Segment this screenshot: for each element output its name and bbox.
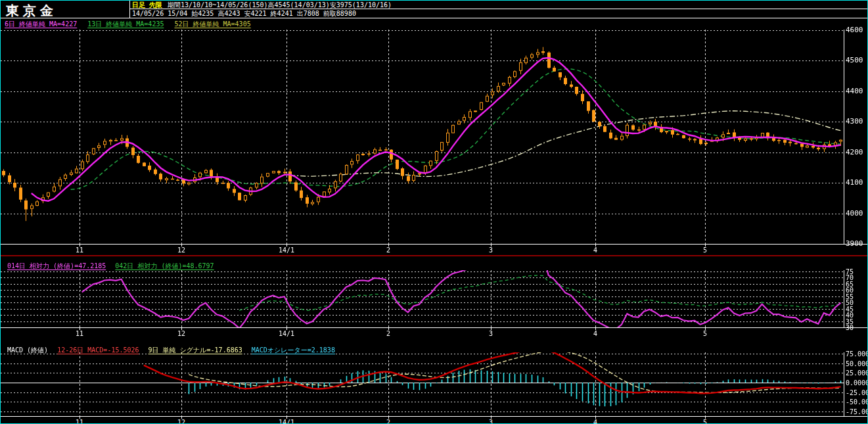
ma13-legend: 13日 終値単純 MA=4235 (87, 20, 164, 28)
axis-tick-label: 3900 (846, 240, 863, 247)
axis-labels: 4600450044004300420041004000390075706560… (846, 1, 868, 424)
axis-tick-label: -25.0000 (846, 389, 868, 396)
ma6-legend: 6日 終値単純 MA=4227 (5, 20, 77, 28)
axis-tick-label: 0.0000 (846, 379, 868, 387)
month-label: 11 (66, 330, 93, 337)
month-label: 3 (478, 419, 504, 424)
axis-tick-label: 4200 (846, 149, 863, 156)
axis-tick-label: 4400 (846, 87, 863, 95)
month-label: 4 (582, 419, 608, 424)
instrument-title: 東京金 (1, 1, 129, 20)
month-label: 2 (375, 419, 401, 424)
axis-tick-label: 4500 (846, 57, 863, 64)
axis-tick-label: 50.0000 (846, 360, 868, 367)
rsi-xaxis-band: 111214/12345 (1, 327, 868, 338)
macd-panel-title: MACD (終値) (7, 346, 48, 354)
panel-separator (1, 255, 868, 256)
axis-tick-label: 75.0000 (846, 350, 868, 358)
month-label: 11 (66, 419, 93, 424)
instrument-title-box: 東京金 (1, 1, 130, 18)
axis-tick-label: 4600 (846, 26, 863, 34)
month-label: 12 (168, 330, 194, 337)
month-label: 3 (478, 247, 504, 254)
quote-line: 14/05/26 15/04 始4235 高4243 安4221 終4241 出… (130, 9, 867, 18)
month-label: 4 (582, 330, 608, 337)
month-label: 2 (375, 247, 401, 254)
macd-line-legend: 12-26日 MACD=-15.5026 (57, 346, 139, 354)
month-label: 2 (375, 330, 401, 337)
month-label: 14/1 (273, 419, 300, 424)
rsi42-legend: 042日 相対力 (終値)=48.6797 (115, 262, 214, 270)
oscillator-legend: MACDオシレーター=2.1838 (252, 346, 335, 354)
axis-tick-label: 30 (846, 324, 854, 331)
rsi-legend: 014日 相対力 (終値)=47.2185042日 相対力 (終値)=48.67… (7, 262, 223, 271)
axis-tick-label: 4000 (846, 210, 863, 217)
contract-info-row: 日足 先限期間13/10/10~14/05/26(150)高4545(14/03… (130, 1, 867, 9)
rsi-panel-canvas (1, 270, 844, 328)
rsi14-legend: 014日 相対力 (終値)=47.2185 (7, 262, 106, 270)
axis-tick-label: 4100 (846, 179, 863, 186)
chart-window: 東京金 日足 先限期間13/10/10~14/05/26(150)高4545(1… (0, 0, 868, 424)
period-label: 期間13/10/10~14/05/26(150)高4545(14/03/13)安… (168, 1, 392, 9)
ma52-legend: 52日 終値単純 MA=4305 (174, 20, 250, 28)
quote-info-box: 日足 先限期間13/10/10~14/05/26(150)高4545(14/03… (130, 1, 867, 18)
month-label: 14/1 (273, 330, 300, 337)
month-label: 12 (168, 247, 194, 254)
month-label: 11 (66, 247, 93, 254)
axis-tick-label: -75.0000 (846, 408, 868, 415)
axis-tick-label: -50.0000 (846, 398, 868, 406)
month-label: 5 (692, 419, 718, 424)
timeframe-label: 日足 先限 (132, 1, 162, 9)
macd-legend: MACD (終値)12-26日 MACD=-15.50269日 単純 シグナル=… (7, 346, 344, 355)
month-label: 3 (478, 330, 504, 337)
month-label: 5 (692, 247, 718, 254)
macd-xaxis-band: 111214/12345 (1, 416, 868, 424)
month-label: 4 (582, 247, 608, 254)
price-panel-canvas (1, 30, 844, 245)
axis-tick-label: 4300 (846, 118, 863, 125)
month-label: 5 (692, 330, 718, 337)
axis-tick-label: 25.0000 (846, 369, 868, 377)
price-xaxis-band: 111214/12345 (1, 244, 868, 255)
signal-line-legend: 9日 単純 シグナル=-17.6863 (148, 346, 242, 354)
month-label: 12 (168, 419, 194, 424)
ma-legend: 6日 終値単純 MA=422713日 終値単純 MA=423552日 終値単純 … (5, 20, 262, 29)
month-label: 14/1 (273, 247, 300, 254)
macd-panel-canvas (1, 352, 844, 416)
